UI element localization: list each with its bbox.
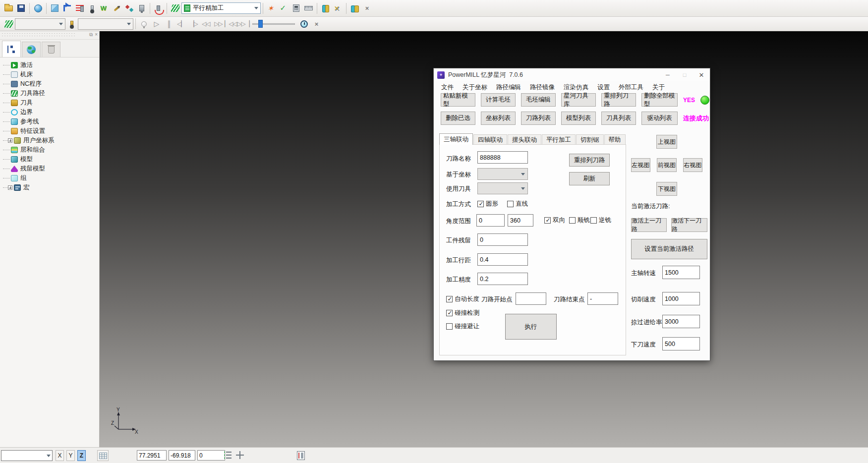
tool-list-button[interactable]: 刀具列表 [601,112,636,125]
tree-item-nc-programs[interactable]: NC程序 [3,79,99,89]
block-edit-button[interactable]: 毛坯编辑 [521,93,556,107]
start-point-input[interactable] [516,292,546,305]
pause-button[interactable]: ║ [163,18,175,30]
points-icon[interactable] [123,2,135,14]
explorer-panel-header[interactable]: ⧉ × [0,31,99,40]
coordinate-x-input[interactable] [137,450,167,461]
explorer-trash-tab[interactable] [42,42,60,57]
conventional-mill-checkbox[interactable]: 逆铣 [590,216,611,225]
coordinate-z-input[interactable] [197,450,225,461]
slider-handle[interactable] [258,20,263,28]
open-project-icon[interactable] [2,2,15,14]
delete-selected-button[interactable]: 删除已选 [441,112,475,125]
model-list-button[interactable]: 模型列表 [561,112,596,125]
execute-button[interactable]: 执行 [505,314,557,340]
grid-toggle-button[interactable] [97,450,109,461]
auto-length-checkbox[interactable]: 自动长度 [446,295,479,303]
maximize-button[interactable]: □ [676,69,693,81]
feeds-speeds-icon[interactable] [73,2,86,14]
toolbar-close-icon[interactable]: × [361,2,373,14]
close-button[interactable]: ✕ [693,69,710,81]
tab-4axis[interactable]: 四轴联动 [473,134,507,145]
calculator-icon[interactable] [290,2,302,14]
step-forward-button[interactable]: ▕▷ [187,18,200,30]
menu-external-tools[interactable]: 外部工具 [614,83,648,92]
menu-file[interactable]: 文件 [437,83,458,92]
tree-item-toolpaths[interactable]: 刀具路径 [3,89,99,98]
reorder-button[interactable]: 重排列刀路 [569,154,610,167]
tab-help[interactable]: 帮助 [604,134,626,145]
render-sphere-icon[interactable] [32,2,44,14]
stepover-input[interactable] [477,253,528,266]
tolerance-input[interactable] [477,273,528,285]
pattern-icon[interactable] [98,2,111,14]
verify-toolpath-icon[interactable] [278,2,290,14]
tree-item-macros[interactable]: 宏 [3,183,99,192]
activate-next-button[interactable]: 激活下一刀路 [671,218,707,232]
simulate-icon[interactable] [152,2,165,14]
toolpath-name-input[interactable] [477,151,528,164]
explorer-tree-tab[interactable] [2,41,21,57]
stock-allowance-input[interactable] [477,233,528,246]
minimize-button[interactable]: ─ [659,69,676,81]
tool-holder-icon[interactable] [135,2,148,14]
plunge-feed-input[interactable] [662,337,700,350]
panel-close-icon[interactable]: × [95,32,98,38]
expand-icon[interactable] [8,185,12,190]
measure-icon[interactable] [302,2,315,14]
axis-z-button[interactable]: Z [77,450,86,461]
menu-path-edit[interactable]: 路径编辑 [492,83,525,92]
toolpath-combobox[interactable] [15,18,65,30]
tree-item-levels-sets[interactable]: 层和组合 [3,145,99,155]
fast-forward-button[interactable]: ▷▷ [212,18,225,30]
view-right-button[interactable]: 右视图 [683,158,702,172]
menu-coords[interactable]: 关于坐标 [458,83,492,92]
tree-item-active[interactable]: 激活 [3,60,99,70]
tree-item-feature-sets[interactable]: 特征设置 [3,126,99,136]
expand-icon[interactable] [8,138,12,143]
strategy-combobox[interactable]: 平行精加工 [181,2,261,14]
tree-item-models[interactable]: 模型 [3,155,99,164]
play-button[interactable]: ▷ [150,18,163,30]
collision-avoid-checkbox[interactable]: 碰撞避让 [446,322,479,331]
collision-check-icon[interactable] [265,2,278,14]
tree-item-stock-models[interactable]: 残留模型 [3,164,99,174]
menu-path-mirror[interactable]: 路径镜像 [525,83,559,92]
clipboard-panel-icon[interactable] [297,451,305,460]
tool-library-button[interactable]: 星河刀具库 [561,93,596,107]
tree-item-patterns[interactable]: 参考线 [3,117,99,126]
view-left-button[interactable]: 左视图 [631,158,650,172]
leads-links-icon[interactable] [61,2,73,14]
coordinate-y-input[interactable] [169,450,195,461]
set-active-path-button[interactable]: 设置当前激活路径 [631,239,707,259]
tree-item-machine-tool[interactable]: 机床 [3,70,99,79]
end-point-input[interactable] [587,292,618,305]
activate-prev-button[interactable]: 激活上一刀路 [631,218,667,232]
coord-list-button[interactable]: 坐标列表 [481,112,516,125]
tab-3axis[interactable]: 三轴联动 [439,133,473,145]
go-to-end-button[interactable]: ▷▷▕ [237,18,249,30]
spindle-speed-input[interactable] [662,266,700,279]
clock-icon[interactable] [298,18,310,30]
tab-saw[interactable]: 切割锯 [576,134,604,145]
collision-check-checkbox[interactable]: 碰撞检测 [446,309,479,317]
line-checkbox[interactable]: 直线 [507,200,528,208]
bidirectional-checkbox[interactable]: 双向 [544,216,565,225]
cutting-feed-input[interactable] [662,292,700,305]
use-tool-combobox[interactable] [477,182,528,194]
menu-settings[interactable]: 设置 [593,83,614,92]
orientation-cross-icon[interactable] [235,451,244,461]
tool-combobox[interactable] [78,18,133,30]
toolpath-list-button[interactable]: 刀路列表 [521,112,556,125]
angle-from-input[interactable] [476,214,505,227]
tree-item-boundaries[interactable]: 边界 [3,108,99,117]
refresh-button[interactable]: 刷新 [569,172,610,185]
list-options-icon[interactable] [224,451,233,461]
delete-all-models-button[interactable]: 删除全部模型 [641,93,678,107]
tool-create-icon[interactable] [86,2,98,14]
step-back-button[interactable]: ◁▏ [175,18,187,30]
calc-block-button[interactable]: 计算毛坯 [481,93,516,107]
paste-new-model-button[interactable]: 粘贴新模型 [441,93,475,107]
tree-item-workplanes[interactable]: 用户坐标系 [3,136,99,145]
tab-parallel[interactable]: 平行加工 [542,134,576,145]
